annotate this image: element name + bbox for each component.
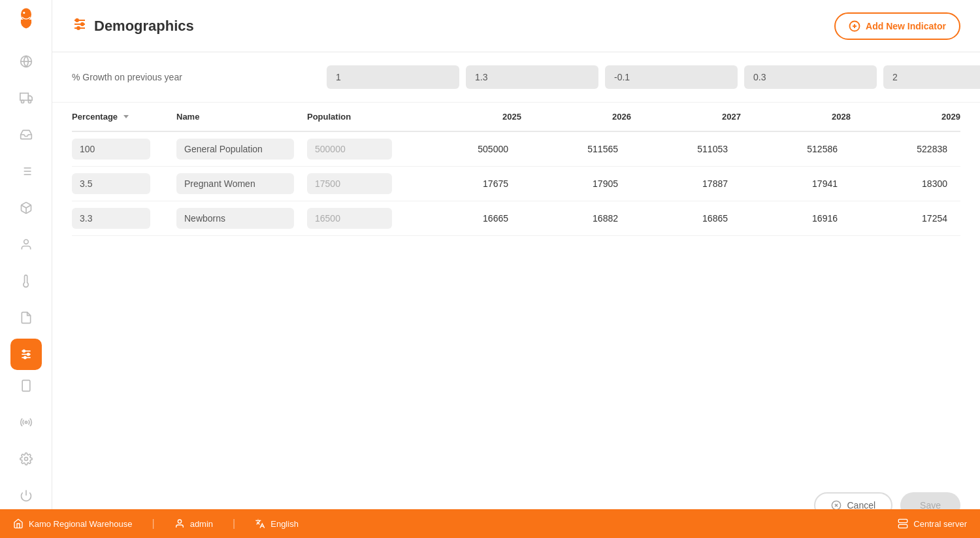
sidebar-item-power[interactable] [10,480,42,511]
growth-input-2026[interactable] [466,65,598,89]
row2-name [176,173,307,194]
growth-input-2027[interactable] [605,65,738,89]
user-name: admin [190,519,213,529]
add-indicator-button[interactable]: Add New Indicator [834,12,960,40]
row1-population [307,139,412,160]
sidebar-item-inbox[interactable] [10,119,42,150]
row2-2026: 17905 [521,178,631,189]
svg-point-15 [24,240,28,244]
row1-percentage-input[interactable] [72,139,150,160]
page-title: Demographics [94,18,194,35]
sidebar-bottom [10,370,42,511]
sidebar-item-box[interactable] [10,192,42,224]
row1-name-input[interactable] [176,139,294,160]
col-percentage: Percentage [72,112,176,122]
sidebar-item-document[interactable] [10,302,42,333]
sidebar-item-truck[interactable] [10,82,42,114]
sort-icon [123,112,129,122]
row1-2025: 505000 [412,144,521,154]
table-header: Percentage Name Population 2025 2026 [72,103,960,132]
sidebar-item-list[interactable] [10,156,42,187]
add-indicator-label: Add New Indicator [866,21,946,31]
sidebar-item-settings[interactable] [10,443,42,475]
row3-2025: 16665 [412,213,521,224]
statusbar-language: English [255,518,299,529]
statusbar-warehouse: Kamo Regional Warehouse [52,518,133,529]
row2-2025: 17675 [412,178,521,189]
warehouse-name: Kamo Regional Warehouse [52,519,133,529]
svg-point-32 [77,27,80,29]
row2-percentage-input[interactable] [72,173,150,194]
statusbar-divider2: | [233,518,235,530]
row3-percentage-input[interactable] [72,208,150,229]
row3-percentage [72,208,176,229]
svg-point-40 [178,520,181,523]
row3-population-input[interactable] [307,208,392,229]
growth-input-2029[interactable] [883,65,980,89]
svg-marker-36 [123,115,129,118]
row1-percentage [72,139,176,160]
statusbar-user: admin [174,518,213,529]
row2-2027: 17887 [631,178,741,189]
row3-2028: 16916 [741,213,851,224]
row1-2028: 512586 [741,144,851,154]
col-2026: 2026 [521,112,631,122]
row2-population-input[interactable] [307,173,392,194]
row2-name-input[interactable] [176,173,294,194]
row3-2027: 16865 [631,213,741,224]
row1-name [176,139,307,160]
svg-point-21 [24,356,25,358]
svg-point-24 [25,421,27,423]
language-name: English [270,519,299,529]
col-2027: 2027 [631,112,741,122]
svg-point-1 [23,12,25,14]
svg-point-20 [27,353,29,355]
row1-2027: 511053 [631,144,741,154]
statusbar: Kamo Regional Warehouse | admin | Englis… [52,509,980,538]
svg-point-30 [76,19,78,22]
row3-population [307,208,412,229]
svg-point-6 [21,100,24,103]
row3-name [176,208,307,229]
growth-input-2025[interactable] [327,65,459,89]
row1-2026: 511565 [521,144,631,154]
table-row: 16665 16882 16865 16916 17254 [72,201,960,236]
content-area: % Growth on previous year Percentage [52,52,980,538]
svg-marker-5 [28,96,32,101]
demographics-icon [72,16,88,36]
svg-rect-4 [20,93,27,101]
data-table: Percentage Name Population 2025 2026 [52,103,980,236]
row2-2029: 18300 [851,178,960,189]
svg-rect-41 [899,519,907,522]
row1-population-input[interactable] [307,139,392,160]
col-name: Name [176,112,307,122]
main-content: Demographics Add New Indicator % Growth … [52,0,980,538]
col-2028: 2028 [741,112,851,122]
svg-point-7 [28,100,31,103]
sidebar-item-globe[interactable] [10,46,42,77]
sidebar-item-broadcast[interactable] [10,407,42,438]
sidebar-item-thermometer[interactable] [10,265,42,297]
server-name: Central server [913,519,967,529]
row2-percentage [72,173,176,194]
page-header: Demographics Add New Indicator [52,0,980,52]
sidebar-item-sliders[interactable] [10,339,42,370]
app-logo [10,7,42,33]
col-population: Population [307,112,412,122]
growth-label: % Growth on previous year [72,72,327,82]
growth-inputs [327,65,980,89]
row1-2029: 522838 [851,144,960,154]
sidebar-item-tablet[interactable] [10,370,42,401]
row3-2029: 17254 [851,213,960,224]
svg-point-25 [24,458,27,461]
growth-input-2028[interactable] [744,65,877,89]
svg-point-31 [81,23,84,25]
table-row: 505000 511565 511053 512586 522838 [72,132,960,167]
growth-row: % Growth on previous year [52,52,980,103]
row2-2028: 17941 [741,178,851,189]
table-row: 17675 17905 17887 17941 18300 [72,167,960,201]
row3-name-input[interactable] [176,208,294,229]
sidebar-nav [10,46,42,370]
svg-rect-42 [899,524,907,528]
sidebar-item-person[interactable] [10,229,42,260]
